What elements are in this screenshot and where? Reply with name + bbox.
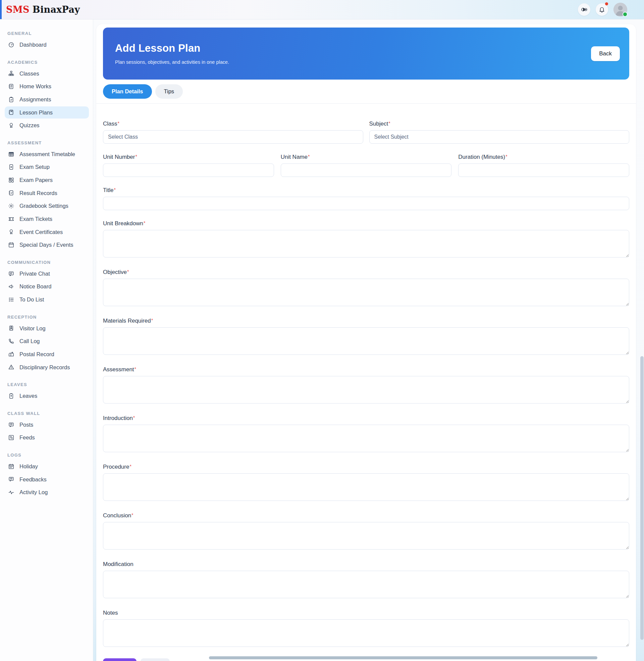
field-label-text: Procedure xyxy=(103,464,129,470)
title-input[interactable] xyxy=(103,197,629,210)
required-asterisk: * xyxy=(135,154,137,159)
materials-required-textarea[interactable] xyxy=(103,327,629,355)
sidebar-item-feeds[interactable]: Feeds xyxy=(5,432,89,444)
field-label: Notes xyxy=(103,610,629,616)
assessment-textarea[interactable] xyxy=(103,376,629,403)
reset-button[interactable]: Reset xyxy=(141,658,170,661)
sidebar-item-holiday[interactable]: Holiday xyxy=(5,460,89,473)
procedure-textarea[interactable] xyxy=(103,473,629,501)
sidebar-item-exam-papers[interactable]: Exam Papers xyxy=(5,174,89,186)
field-label-text: Duration (Minutes) xyxy=(458,154,505,160)
required-asterisk: * xyxy=(308,154,309,159)
notes-textarea[interactable] xyxy=(103,619,629,647)
required-asterisk: * xyxy=(133,415,135,420)
field-label-text: Unit Name xyxy=(281,154,307,160)
unit-number-input[interactable] xyxy=(103,163,274,177)
unit-name-input[interactable] xyxy=(281,163,452,177)
sidebar-item-feedbacks[interactable]: Feedbacks xyxy=(5,473,89,486)
sidebar-item-to-do-list[interactable]: To Do List xyxy=(5,293,89,306)
sidebar-item-label: Classes xyxy=(20,70,39,77)
award-icon xyxy=(8,122,15,129)
required-asterisk: * xyxy=(118,120,119,126)
field-label: Modification xyxy=(103,561,629,568)
sidebar-item-label: Dashboard xyxy=(20,41,47,48)
objective-textarea[interactable] xyxy=(103,279,629,306)
tab-plan-details[interactable]: Plan Details xyxy=(103,84,152,99)
notifications-button[interactable] xyxy=(596,3,608,16)
sidebar-item-label: Assessment Timetable xyxy=(20,151,75,158)
tab-tips[interactable]: Tips xyxy=(155,84,183,99)
field-materials-required: Materials Required* xyxy=(103,317,629,356)
class-select[interactable] xyxy=(103,130,363,144)
sidebar-item-label: Result Records xyxy=(20,190,58,197)
field-label: Procedure* xyxy=(103,464,629,470)
sidebar-item-exam-tickets[interactable]: Exam Tickets xyxy=(5,213,89,225)
user-avatar[interactable] xyxy=(614,3,627,17)
rss-icon xyxy=(8,434,15,441)
journal-icon xyxy=(8,83,15,90)
sidebar-section-title-class-wall: CLASS WALL xyxy=(7,411,93,416)
introduction-textarea[interactable] xyxy=(103,425,629,452)
sidebar-item-notice-board[interactable]: Notice Board xyxy=(5,280,89,293)
sidebar-item-visitor-log[interactable]: Visitor Log xyxy=(5,322,89,335)
gear-icon xyxy=(8,203,15,209)
field-unit-breakdown: Unit Breakdown* xyxy=(103,220,629,259)
field-label: Assessment* xyxy=(103,366,629,373)
sidebar-item-home-works[interactable]: Home Works xyxy=(5,80,89,93)
theme-toggle-button[interactable] xyxy=(578,3,590,16)
field-label-text: Objective xyxy=(103,269,127,275)
horizontal-scrollbar-thumb[interactable] xyxy=(209,656,597,659)
warning-triangle-icon xyxy=(8,364,15,370)
conclusion-textarea[interactable] xyxy=(103,522,629,550)
required-asterisk: * xyxy=(135,366,136,372)
page-card: Add Lesson Plan Plan sessions, objective… xyxy=(96,24,636,661)
form-row: Materials Required* xyxy=(103,317,629,356)
sidebar-item-special-days-events[interactable]: Special Days / Events xyxy=(5,239,89,251)
table-icon xyxy=(8,151,15,157)
sidebar-item-leaves[interactable]: Leaves xyxy=(5,390,89,402)
duration-minutes-input[interactable] xyxy=(458,163,629,177)
sidebar-item-dashboard[interactable]: Dashboard xyxy=(5,39,89,51)
field-label-text: Title xyxy=(103,187,114,193)
message-icon xyxy=(8,422,15,428)
sidebar-item-postal-record[interactable]: Postal Record xyxy=(5,348,89,360)
sidebar-item-result-records[interactable]: Result Records xyxy=(5,187,89,199)
sidebar-item-classes[interactable]: Classes xyxy=(5,67,89,80)
field-unit-number: Unit Number* xyxy=(103,154,274,177)
page-banner: Add Lesson Plan Plan sessions, objective… xyxy=(103,27,629,80)
field-label: Materials Required* xyxy=(103,317,629,324)
lesson-plan-form: Class*Subject*Unit Number*Unit Name*Dura… xyxy=(103,120,629,648)
form-row: Unit Number*Unit Name*Duration (Minutes)… xyxy=(103,154,629,177)
sidebar-item-assignments[interactable]: Assignments xyxy=(5,93,89,106)
form-row: Title* xyxy=(103,187,629,210)
submit-button[interactable]: Submit xyxy=(103,658,137,661)
unit-breakdown-textarea[interactable] xyxy=(103,230,629,258)
sitemap-icon xyxy=(8,70,15,76)
sidebar-item-private-chat[interactable]: Private Chat xyxy=(5,268,89,280)
sidebar-item-disciplinary-records[interactable]: Disciplinary Records xyxy=(5,361,89,374)
required-asterisk: * xyxy=(127,269,129,274)
sidebar-item-quizzes[interactable]: Quizzes xyxy=(5,119,89,132)
modification-textarea[interactable] xyxy=(103,571,629,598)
field-label-text: Notes xyxy=(103,610,118,616)
sidebar-item-gradebook-settings[interactable]: Gradebook Settings xyxy=(5,200,89,212)
vertical-scrollbar[interactable] xyxy=(640,20,644,661)
gauge-icon xyxy=(8,42,15,48)
sidebar-item-call-log[interactable]: Call Log xyxy=(5,335,89,348)
sidebar-item-event-certificates[interactable]: Event Certificates xyxy=(5,226,89,238)
sidebar-section-title-communication: COMMUNICATION xyxy=(7,260,93,265)
field-label-text: Materials Required xyxy=(103,317,151,324)
sidebar-item-posts[interactable]: Posts xyxy=(5,419,89,431)
app-logo[interactable]: SMS BinaxPay xyxy=(6,4,80,15)
sidebar-item-assessment-timetable[interactable]: Assessment Timetable xyxy=(5,148,89,160)
list-check-icon xyxy=(8,190,15,196)
form-row: Modification xyxy=(103,561,629,599)
field-procedure: Procedure* xyxy=(103,464,629,502)
sidebar-item-exam-setup[interactable]: Exam Setup xyxy=(5,161,89,173)
subject-select[interactable] xyxy=(369,130,629,144)
vertical-scrollbar-thumb[interactable] xyxy=(640,356,644,640)
sidebar-item-lesson-plans[interactable]: Lesson Plans xyxy=(5,106,89,119)
sidebar-section-title-assessment: ASSESSMENT xyxy=(7,140,93,145)
sidebar-item-activity-log[interactable]: Activity Log xyxy=(5,486,89,499)
back-button[interactable]: Back xyxy=(591,46,620,61)
